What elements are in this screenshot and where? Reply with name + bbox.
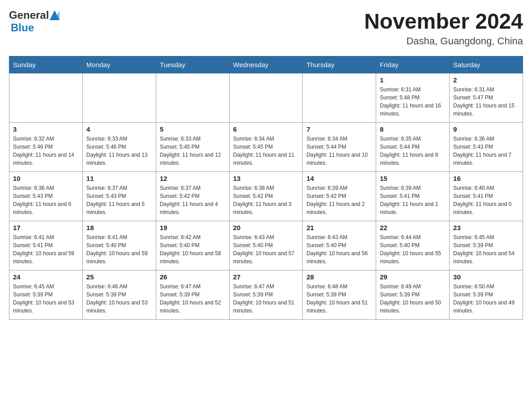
day-number: 6 <box>233 125 299 133</box>
calendar-cell: 14Sunrise: 6:39 AM Sunset: 5:42 PM Dayli… <box>303 172 376 221</box>
day-number: 20 <box>233 224 299 231</box>
day-info: Sunrise: 6:45 AM Sunset: 5:39 PM Dayligh… <box>453 233 519 265</box>
day-number: 1 <box>380 76 446 84</box>
calendar-week-row: 17Sunrise: 6:41 AM Sunset: 5:41 PM Dayli… <box>9 221 523 270</box>
day-number: 12 <box>160 175 226 182</box>
calendar-cell: 28Sunrise: 6:48 AM Sunset: 5:39 PM Dayli… <box>303 270 376 320</box>
calendar-cell: 27Sunrise: 6:47 AM Sunset: 5:39 PM Dayli… <box>229 270 303 320</box>
day-info: Sunrise: 6:33 AM Sunset: 5:46 PM Dayligh… <box>86 135 152 167</box>
day-info: Sunrise: 6:47 AM Sunset: 5:39 PM Dayligh… <box>160 283 226 315</box>
day-info: Sunrise: 6:38 AM Sunset: 5:42 PM Dayligh… <box>233 184 299 216</box>
calendar-cell <box>229 73 303 123</box>
day-number: 8 <box>380 125 446 133</box>
day-number: 11 <box>86 175 152 182</box>
logo-triangle-icon <box>50 10 60 20</box>
day-info: Sunrise: 6:46 AM Sunset: 5:39 PM Dayligh… <box>86 283 152 315</box>
day-number: 16 <box>453 175 519 182</box>
day-number: 14 <box>306 175 372 182</box>
day-number: 28 <box>306 273 372 281</box>
calendar-cell: 25Sunrise: 6:46 AM Sunset: 5:39 PM Dayli… <box>82 270 156 320</box>
logo-general-text: General <box>9 9 49 21</box>
calendar-week-row: 10Sunrise: 6:36 AM Sunset: 5:43 PM Dayli… <box>9 172 523 221</box>
day-number: 19 <box>160 224 226 231</box>
day-number: 3 <box>13 125 79 133</box>
calendar-cell: 2Sunrise: 6:31 AM Sunset: 5:47 PM Daylig… <box>450 73 523 123</box>
calendar-cell: 15Sunrise: 6:39 AM Sunset: 5:41 PM Dayli… <box>376 172 450 221</box>
day-number: 5 <box>160 125 226 133</box>
calendar-cell: 30Sunrise: 6:50 AM Sunset: 5:39 PM Dayli… <box>450 270 523 320</box>
day-info: Sunrise: 6:36 AM Sunset: 5:43 PM Dayligh… <box>453 135 519 167</box>
day-info: Sunrise: 6:31 AM Sunset: 5:47 PM Dayligh… <box>453 86 519 118</box>
day-info: Sunrise: 6:44 AM Sunset: 5:40 PM Dayligh… <box>380 233 446 265</box>
calendar-body: 1Sunrise: 6:31 AM Sunset: 5:48 PM Daylig… <box>9 73 523 320</box>
day-number: 13 <box>233 175 299 182</box>
day-info: Sunrise: 6:34 AM Sunset: 5:45 PM Dayligh… <box>233 135 299 167</box>
day-info: Sunrise: 6:40 AM Sunset: 5:41 PM Dayligh… <box>453 184 519 216</box>
day-number: 27 <box>233 273 299 281</box>
day-number: 2 <box>453 76 519 84</box>
day-number: 18 <box>86 224 152 231</box>
calendar-cell: 18Sunrise: 6:41 AM Sunset: 5:40 PM Dayli… <box>82 221 156 270</box>
day-number: 26 <box>160 273 226 281</box>
calendar-cell <box>303 73 376 123</box>
day-number: 30 <box>453 273 519 281</box>
calendar-cell: 9Sunrise: 6:36 AM Sunset: 5:43 PM Daylig… <box>450 123 523 172</box>
day-info: Sunrise: 6:35 AM Sunset: 5:44 PM Dayligh… <box>380 135 446 167</box>
logo-blue-text: Blue <box>11 21 34 34</box>
calendar-cell: 3Sunrise: 6:32 AM Sunset: 5:46 PM Daylig… <box>9 123 83 172</box>
calendar-cell: 10Sunrise: 6:36 AM Sunset: 5:43 PM Dayli… <box>9 172 83 221</box>
weekday-header-wednesday: Wednesday <box>229 56 303 73</box>
calendar-cell: 17Sunrise: 6:41 AM Sunset: 5:41 PM Dayli… <box>9 221 83 270</box>
day-number: 29 <box>380 273 446 281</box>
calendar-cell: 23Sunrise: 6:45 AM Sunset: 5:39 PM Dayli… <box>450 221 523 270</box>
calendar-header: SundayMondayTuesdayWednesdayThursdayFrid… <box>9 56 523 73</box>
calendar-table: SundayMondayTuesdayWednesdayThursdayFrid… <box>9 56 523 320</box>
day-number: 4 <box>86 125 152 133</box>
calendar-week-row: 24Sunrise: 6:45 AM Sunset: 5:39 PM Dayli… <box>9 270 523 320</box>
calendar-cell: 24Sunrise: 6:45 AM Sunset: 5:39 PM Dayli… <box>9 270 83 320</box>
calendar-cell: 12Sunrise: 6:37 AM Sunset: 5:42 PM Dayli… <box>156 172 229 221</box>
day-info: Sunrise: 6:37 AM Sunset: 5:42 PM Dayligh… <box>160 184 226 216</box>
calendar-cell: 7Sunrise: 6:34 AM Sunset: 5:44 PM Daylig… <box>303 123 376 172</box>
calendar-cell: 16Sunrise: 6:40 AM Sunset: 5:41 PM Dayli… <box>450 172 523 221</box>
weekday-header-thursday: Thursday <box>303 56 376 73</box>
calendar-cell: 8Sunrise: 6:35 AM Sunset: 5:44 PM Daylig… <box>376 123 450 172</box>
weekday-header-saturday: Saturday <box>450 56 523 73</box>
calendar-cell: 19Sunrise: 6:42 AM Sunset: 5:40 PM Dayli… <box>156 221 229 270</box>
weekday-header-friday: Friday <box>376 56 450 73</box>
title-block: November 2024 Dasha, Guangdong, China <box>364 9 523 47</box>
calendar-cell: 26Sunrise: 6:47 AM Sunset: 5:39 PM Dayli… <box>156 270 229 320</box>
calendar-cell: 21Sunrise: 6:43 AM Sunset: 5:40 PM Dayli… <box>303 221 376 270</box>
month-title: November 2024 <box>364 9 523 34</box>
day-number: 21 <box>306 224 372 231</box>
day-number: 25 <box>86 273 152 281</box>
calendar-cell: 29Sunrise: 6:49 AM Sunset: 5:39 PM Dayli… <box>376 270 450 320</box>
logo: General Blue <box>9 9 60 34</box>
day-info: Sunrise: 6:31 AM Sunset: 5:48 PM Dayligh… <box>380 86 446 118</box>
weekday-header-tuesday: Tuesday <box>156 56 229 73</box>
day-number: 9 <box>453 125 519 133</box>
day-number: 17 <box>13 224 79 231</box>
calendar-week-row: 3Sunrise: 6:32 AM Sunset: 5:46 PM Daylig… <box>9 123 523 172</box>
day-info: Sunrise: 6:39 AM Sunset: 5:42 PM Dayligh… <box>306 184 372 216</box>
day-number: 10 <box>13 175 79 182</box>
calendar-cell: 22Sunrise: 6:44 AM Sunset: 5:40 PM Dayli… <box>376 221 450 270</box>
day-info: Sunrise: 6:37 AM Sunset: 5:43 PM Dayligh… <box>86 184 152 216</box>
day-info: Sunrise: 6:47 AM Sunset: 5:39 PM Dayligh… <box>233 283 299 315</box>
calendar-cell: 11Sunrise: 6:37 AM Sunset: 5:43 PM Dayli… <box>82 172 156 221</box>
calendar-cell: 6Sunrise: 6:34 AM Sunset: 5:45 PM Daylig… <box>229 123 303 172</box>
day-number: 24 <box>13 273 79 281</box>
day-info: Sunrise: 6:33 AM Sunset: 5:45 PM Dayligh… <box>160 135 226 167</box>
calendar-cell <box>9 73 83 123</box>
day-number: 23 <box>453 224 519 231</box>
day-info: Sunrise: 6:43 AM Sunset: 5:40 PM Dayligh… <box>306 233 372 265</box>
day-info: Sunrise: 6:42 AM Sunset: 5:40 PM Dayligh… <box>160 233 226 265</box>
calendar-week-row: 1Sunrise: 6:31 AM Sunset: 5:48 PM Daylig… <box>9 73 523 123</box>
day-info: Sunrise: 6:49 AM Sunset: 5:39 PM Dayligh… <box>380 283 446 315</box>
day-info: Sunrise: 6:45 AM Sunset: 5:39 PM Dayligh… <box>13 283 79 315</box>
day-number: 15 <box>380 175 446 182</box>
weekday-header-sunday: Sunday <box>9 56 83 73</box>
day-info: Sunrise: 6:43 AM Sunset: 5:40 PM Dayligh… <box>233 233 299 265</box>
weekday-header-row: SundayMondayTuesdayWednesdayThursdayFrid… <box>9 56 523 73</box>
calendar-cell <box>82 73 156 123</box>
